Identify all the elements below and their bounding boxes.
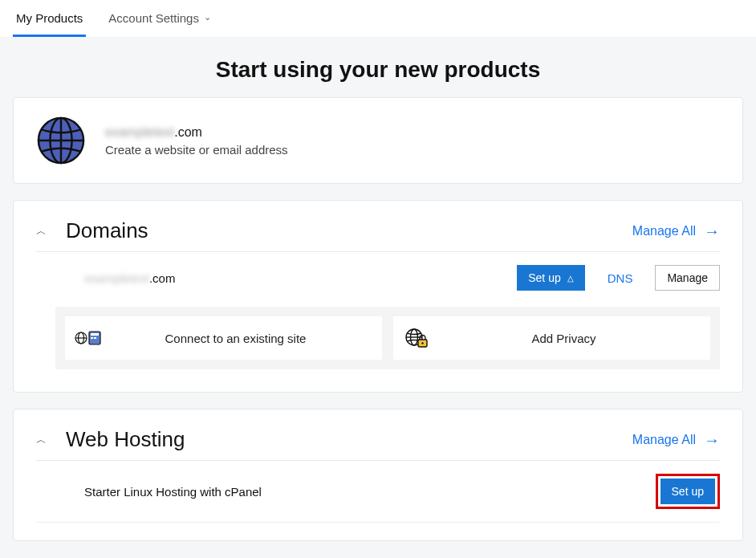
collapse-icon[interactable]: ︿ [36, 433, 47, 447]
banner-text: exampletext.com Create a website or emai… [105, 125, 288, 157]
arrow-right-icon: → [704, 223, 720, 239]
banner-subtitle: Create a website or email address [105, 143, 288, 157]
chevron-down-icon: ⌄ [204, 12, 211, 22]
domain-setup-button[interactable]: Set up △ [517, 265, 584, 291]
manage-all-label: Manage All [632, 433, 696, 447]
hosting-setup-label: Set up [672, 485, 704, 498]
tab-my-products-label: My Products [16, 11, 83, 25]
tab-account-settings-label: Account Settings [108, 11, 199, 25]
domains-title: Domains [66, 218, 148, 243]
collapse-icon[interactable]: ︿ [36, 224, 47, 238]
domain-name-redacted: exampletext [84, 271, 149, 285]
banner-domain: exampletext.com [105, 125, 288, 140]
triangle-up-icon: △ [567, 274, 574, 283]
hosting-section: ︿ Web Hosting Manage All → Starter Linux… [13, 409, 743, 541]
tile-privacy-label: Add Privacy [459, 332, 701, 345]
nav-tabs: My Products Account Settings ⌄ [0, 0, 756, 38]
tile-connect-site[interactable]: Connect to an existing site [65, 316, 382, 360]
domain-name: exampletext.com [84, 271, 175, 285]
domain-setup-options: Connect to an existing site Add Pr [55, 307, 720, 369]
new-product-banner: exampletext.com Create a website or emai… [13, 97, 743, 184]
domain-name-suffix: .com [149, 271, 176, 285]
tab-account-settings[interactable]: Account Settings ⌄ [105, 0, 214, 37]
hosting-setup-button[interactable]: Set up [660, 479, 715, 504]
hosting-item-name: Starter Linux Hosting with cPanel [84, 485, 262, 499]
page-title: Start using your new products [13, 57, 743, 83]
domain-manage-button[interactable]: Manage [655, 265, 720, 291]
main-content: Start using your new products exampletex… [0, 38, 756, 558]
privacy-icon [403, 328, 430, 348]
hosting-header: ︿ Web Hosting Manage All → [36, 427, 720, 461]
svg-point-15 [421, 342, 423, 344]
connect-site-icon [75, 328, 102, 348]
domains-header: ︿ Domains Manage All → [36, 218, 720, 252]
hosting-title: Web Hosting [66, 427, 185, 452]
hosting-manage-all-link[interactable]: Manage All → [632, 432, 720, 448]
dns-link[interactable]: DNS [608, 271, 633, 285]
svg-rect-8 [91, 333, 99, 336]
banner-domain-redacted: exampletext [105, 125, 174, 139]
domain-setup-label: Set up [528, 271, 560, 284]
svg-rect-10 [94, 337, 96, 339]
domains-section: ︿ Domains Manage All → exampletext.com S… [13, 200, 743, 393]
manage-all-label: Manage All [632, 224, 696, 238]
domains-manage-all-link[interactable]: Manage All → [632, 223, 720, 239]
globe-icon [36, 116, 86, 165]
tab-my-products[interactable]: My Products [13, 0, 86, 37]
hosting-actions: Set up [656, 474, 720, 509]
arrow-right-icon: → [704, 432, 720, 448]
svg-rect-9 [91, 337, 93, 339]
banner-domain-suffix: .com [174, 125, 202, 139]
domain-actions: Set up △ DNS Manage [517, 265, 720, 291]
hosting-row: Starter Linux Hosting with cPanel Set up [36, 461, 720, 523]
tile-connect-label: Connect to an existing site [131, 332, 372, 345]
domain-row: exampletext.com Set up △ DNS Manage [36, 252, 720, 303]
tile-add-privacy[interactable]: Add Privacy [393, 316, 710, 360]
highlight-box: Set up [656, 474, 720, 509]
